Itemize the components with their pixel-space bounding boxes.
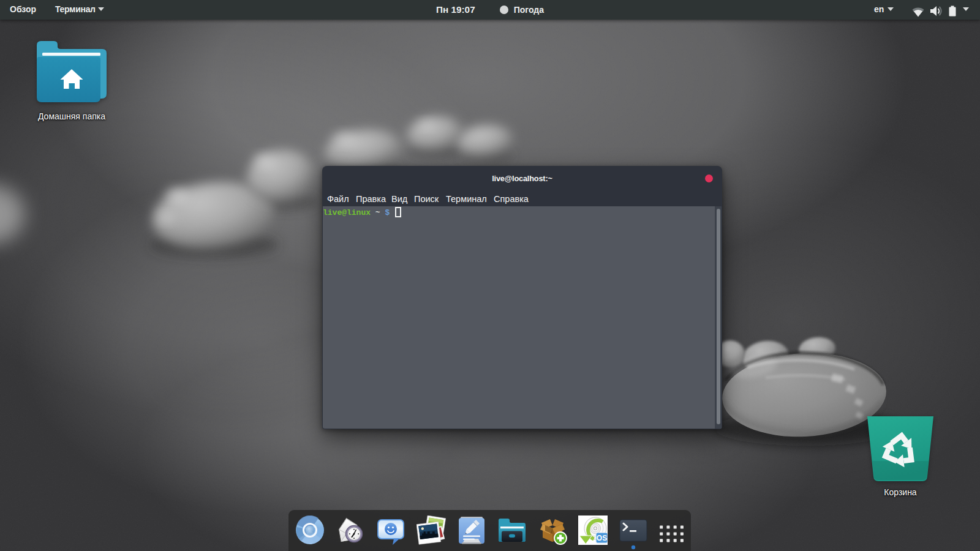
- svg-text:OS: OS: [597, 534, 607, 542]
